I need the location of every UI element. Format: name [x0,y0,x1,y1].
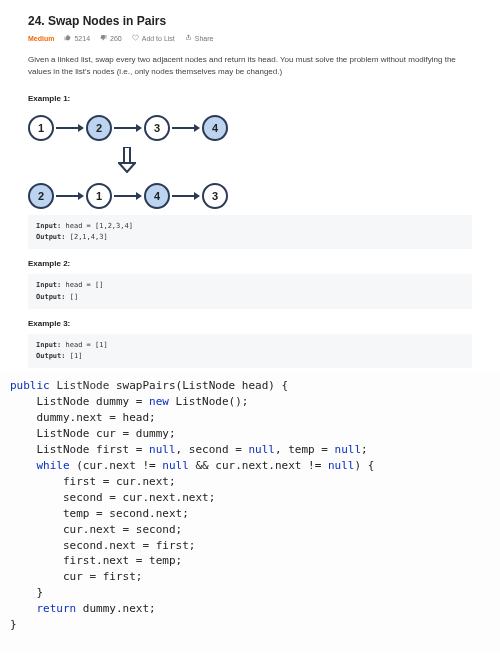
node: 2 [28,183,54,209]
svg-marker-1 [119,163,135,172]
diagram-before-row: 1 2 3 4 [28,115,472,141]
solution-code: public ListNode swapPairs(ListNode head)… [10,378,490,633]
output-value: [2,1,4,3] [66,233,108,241]
diagram-after-row: 2 1 4 3 [28,183,472,209]
node: 3 [144,115,170,141]
node: 3 [202,183,228,209]
code-block: public ListNode swapPairs(ListNode head)… [0,372,500,653]
arrow-right-icon [114,127,142,129]
example-title: Example 2: [28,259,472,268]
example-io: Input: head = [1] Output: [1] [28,334,472,368]
arrow-right-icon [56,127,84,129]
arrow-right-icon [56,195,84,197]
node: 1 [86,183,112,209]
output-label: Output: [36,352,66,360]
difficulty-badge: Medium [28,35,54,42]
dislike-count: 260 [110,35,122,42]
arrow-right-icon [172,127,200,129]
input-value: head = [1,2,3,4] [61,222,133,230]
output-value: [1] [66,352,83,360]
diagram: 1 2 3 4 2 1 4 3 [28,109,472,215]
input-value: head = [1] [61,341,107,349]
input-label: Input: [36,281,61,289]
example-title: Example 3: [28,319,472,328]
svg-rect-0 [124,147,130,163]
arrow-down-icon [118,147,472,177]
example-title: Example 1: [28,94,472,103]
dislike-button[interactable]: 260 [100,34,122,42]
like-button[interactable]: 5214 [64,34,90,42]
thumbs-up-icon [64,34,71,42]
heart-icon [132,34,139,42]
add-to-list-label: Add to List [142,35,175,42]
like-count: 5214 [74,35,90,42]
share-button[interactable]: Share [185,34,214,42]
problem-description: Given a linked list, swap every two adja… [28,54,472,78]
input-label: Input: [36,341,61,349]
add-to-list-button[interactable]: Add to List [132,34,175,42]
node: 2 [86,115,112,141]
input-value: head = [] [61,281,103,289]
output-label: Output: [36,233,66,241]
arrow-right-icon [114,195,142,197]
input-label: Input: [36,222,61,230]
output-value: [] [66,293,79,301]
node: 4 [144,183,170,209]
share-icon [185,34,192,42]
arrow-right-icon [172,195,200,197]
example-io: Input: head = [1,2,3,4] Output: [2,1,4,3… [28,215,472,249]
example-io: Input: head = [] Output: [] [28,274,472,308]
output-label: Output: [36,293,66,301]
share-label: Share [195,35,214,42]
meta-row: Medium 5214 260 Add to List Share [28,34,472,42]
node: 4 [202,115,228,141]
thumbs-down-icon [100,34,107,42]
problem-title: 24. Swap Nodes in Pairs [28,14,472,28]
node: 1 [28,115,54,141]
